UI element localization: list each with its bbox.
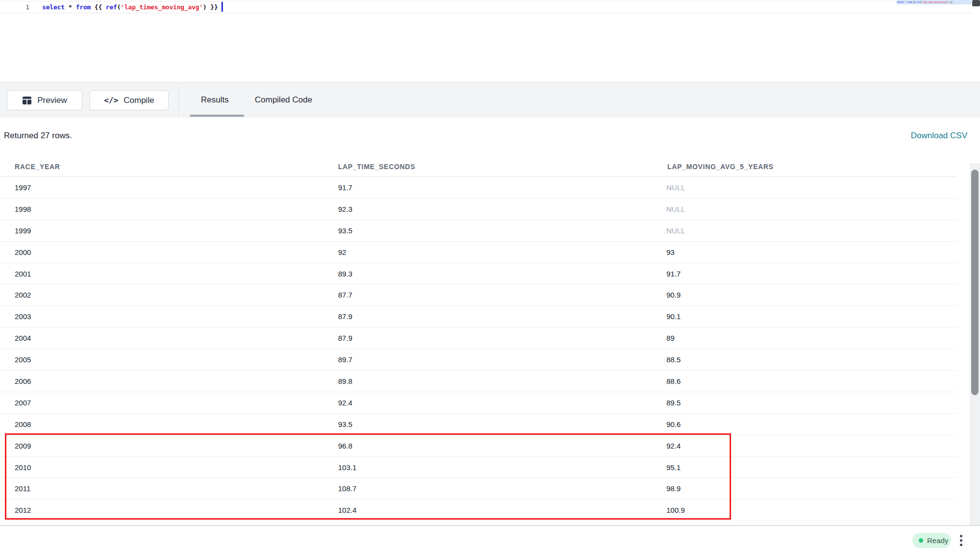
cell-lap-time-seconds: 92.3 bbox=[338, 199, 352, 220]
cell-race-year: 1999 bbox=[15, 220, 31, 242]
table-row-2003[interactable]: 200387.990.1 bbox=[0, 306, 957, 327]
code-token-operator: * bbox=[68, 3, 72, 11]
cell-lap-time-seconds: 92 bbox=[338, 242, 346, 263]
cell-lap-time-seconds: 87.9 bbox=[338, 327, 352, 349]
column-header-lap-moving-avg-5-years[interactable]: LAP_MOVING_AVG_5_YEARS bbox=[667, 163, 774, 171]
cell-lap-time-seconds: 102.4 bbox=[338, 500, 357, 521]
table-row-1998[interactable]: 199892.3NULL bbox=[0, 199, 957, 220]
column-header-race-year[interactable]: RACE_YEAR bbox=[15, 163, 60, 171]
code-token-bracket: {{ bbox=[95, 3, 102, 11]
cell-lap-moving-avg-5-years: 100.9 bbox=[666, 500, 685, 521]
table-row-2012[interactable]: 2012102.4100.9 bbox=[0, 500, 957, 521]
table-row-2001[interactable]: 200189.391.7 bbox=[0, 263, 957, 285]
cell-lap-time-seconds: 89.8 bbox=[338, 371, 352, 392]
compile-button[interactable]: </> Compile bbox=[90, 90, 169, 110]
cell-lap-time-seconds: 92.4 bbox=[338, 392, 352, 414]
cell-lap-moving-avg-5-years: 90.1 bbox=[666, 306, 681, 327]
cell-race-year: 2001 bbox=[15, 263, 31, 285]
code-token-bracket: }} bbox=[210, 3, 218, 11]
ready-status-label: Ready bbox=[927, 536, 948, 545]
code-token-plain bbox=[102, 3, 106, 11]
tab-results[interactable]: Results bbox=[201, 95, 229, 105]
cell-race-year: 2005 bbox=[15, 349, 31, 371]
table-row-1997[interactable]: 199791.7NULL bbox=[0, 177, 957, 199]
editor-scrollbar-thumb[interactable] bbox=[972, 0, 980, 6]
cell-lap-time-seconds: 89.7 bbox=[338, 349, 352, 371]
cell-race-year: 2006 bbox=[15, 371, 31, 392]
cell-lap-moving-avg-5-years: 88.5 bbox=[666, 349, 681, 371]
code-token-keyword: select bbox=[897, 0, 904, 3]
cell-lap-time-seconds: 87.9 bbox=[338, 306, 352, 327]
cell-lap-time-seconds: 87.7 bbox=[338, 284, 352, 306]
cell-lap-moving-avg-5-years: NULL bbox=[666, 199, 685, 220]
table-row-2002[interactable]: 200287.790.9 bbox=[0, 284, 957, 306]
cell-race-year: 2002 bbox=[15, 284, 31, 306]
table-row-2006[interactable]: 200689.888.6 bbox=[0, 371, 957, 392]
code-token-string: 'lap_times_moving_avg' bbox=[922, 0, 948, 3]
tab-compiled-code[interactable]: Compiled Code bbox=[255, 95, 312, 105]
table-row-2005[interactable]: 200589.788.5 bbox=[0, 349, 957, 371]
cell-lap-moving-avg-5-years: 88.6 bbox=[666, 371, 681, 392]
ide-screen: 1 select * from {{ ref('lap_times_moving… bbox=[0, 0, 980, 551]
table-grid-icon bbox=[22, 96, 32, 105]
cell-race-year: 2012 bbox=[15, 500, 31, 521]
results-scrollbar-track[interactable] bbox=[970, 163, 980, 525]
text-cursor bbox=[221, 2, 223, 12]
editor-minimap[interactable]: select * from {{ ref('lap_times_moving_a… bbox=[897, 0, 972, 5]
sql-editor[interactable]: 1 select * from {{ ref('lap_times_moving… bbox=[0, 0, 980, 82]
cell-lap-time-seconds: 93.5 bbox=[338, 220, 352, 242]
code-brackets-icon: </> bbox=[104, 96, 118, 105]
column-header-lap-time-seconds[interactable]: LAP_TIME_SECONDS bbox=[338, 163, 415, 171]
toolbar-divider bbox=[178, 83, 179, 118]
code-token-keyword: from bbox=[907, 0, 912, 3]
cell-lap-moving-avg-5-years: 93 bbox=[666, 242, 675, 263]
code-token-keyword: select bbox=[42, 3, 65, 11]
cell-lap-time-seconds: 103.1 bbox=[338, 457, 357, 478]
ready-status-dot-icon bbox=[919, 538, 923, 543]
cell-lap-moving-avg-5-years: 90.6 bbox=[666, 414, 681, 435]
row-count-summary: Returned 27 rows. bbox=[4, 131, 72, 141]
cell-lap-time-seconds: 96.8 bbox=[338, 435, 352, 457]
cell-lap-time-seconds: 93.5 bbox=[338, 414, 352, 435]
cell-race-year: 2009 bbox=[15, 435, 31, 457]
table-row-2011[interactable]: 2011108.798.9 bbox=[0, 478, 957, 500]
table-row-2000[interactable]: 20009293 bbox=[0, 242, 957, 263]
cell-lap-time-seconds: 108.7 bbox=[338, 478, 357, 500]
statusbar-divider bbox=[0, 525, 980, 526]
cell-lap-moving-avg-5-years: 89.5 bbox=[666, 392, 681, 414]
code-token-bracket: }} bbox=[950, 0, 953, 3]
code-tokens: select * from {{ ref('lap_times_moving_a… bbox=[42, 3, 218, 11]
table-row-2009[interactable]: 200996.892.4 bbox=[0, 435, 957, 457]
table-row-2010[interactable]: 2010103.195.1 bbox=[0, 457, 957, 478]
cell-race-year: 2004 bbox=[15, 327, 31, 349]
results-scrollbar-thumb[interactable] bbox=[971, 170, 979, 395]
cell-race-year: 2007 bbox=[15, 392, 31, 414]
cell-lap-moving-avg-5-years: 98.9 bbox=[666, 478, 681, 500]
table-body: 199791.7NULL199892.3NULL199993.5NULL2000… bbox=[0, 177, 957, 521]
table-row-2004[interactable]: 200487.989 bbox=[0, 327, 957, 349]
table-row-1999[interactable]: 199993.5NULL bbox=[0, 220, 957, 242]
cell-race-year: 1998 bbox=[15, 199, 31, 220]
kebab-menu-icon[interactable] bbox=[956, 533, 966, 548]
table-row-2007[interactable]: 200792.489.5 bbox=[0, 392, 957, 414]
cell-race-year: 2000 bbox=[15, 242, 31, 263]
table-row-2008[interactable]: 200893.590.6 bbox=[0, 414, 957, 435]
minimap-line: select * from {{ ref('lap_times_moving_a… bbox=[897, 0, 972, 4]
status-badge: Ready bbox=[912, 533, 951, 548]
code-token-string: 'lap_times_moving_avg' bbox=[121, 3, 203, 11]
code-line[interactable]: select * from {{ ref('lap_times_moving_a… bbox=[42, 1, 223, 13]
code-token-plain bbox=[91, 3, 95, 11]
cell-race-year: 2010 bbox=[15, 457, 31, 478]
line-number: 1 bbox=[0, 1, 29, 13]
cell-lap-time-seconds: 89.3 bbox=[338, 263, 352, 285]
download-csv-link[interactable]: Download CSV bbox=[911, 131, 967, 141]
cell-lap-moving-avg-5-years: 95.1 bbox=[666, 457, 681, 478]
cell-lap-moving-avg-5-years: 91.7 bbox=[666, 263, 681, 285]
cell-lap-moving-avg-5-years: 89 bbox=[666, 327, 675, 349]
preview-button[interactable]: Preview bbox=[7, 90, 82, 110]
active-tab-underline bbox=[190, 115, 244, 117]
code-token-plain bbox=[72, 3, 76, 11]
cell-race-year: 2003 bbox=[15, 306, 31, 327]
cell-lap-moving-avg-5-years: NULL bbox=[666, 177, 685, 199]
cell-lap-moving-avg-5-years: 92.4 bbox=[666, 435, 681, 457]
